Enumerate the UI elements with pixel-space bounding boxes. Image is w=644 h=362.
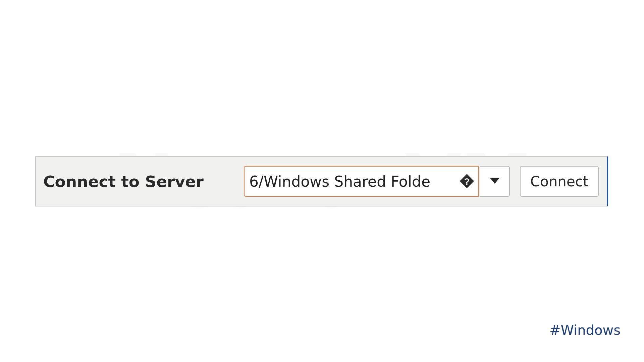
- svg-marker-2: [490, 178, 500, 184]
- address-history-dropdown[interactable]: [480, 166, 510, 197]
- help-icon[interactable]: ?: [459, 174, 475, 189]
- hashtag-text: #Windows: [549, 322, 621, 338]
- server-address-group: 6/Windows Shared Folde ?: [244, 166, 510, 197]
- chevron-down-icon: [489, 177, 500, 186]
- server-address-value: 6/Windows Shared Folde: [249, 173, 457, 190]
- server-address-input[interactable]: 6/Windows Shared Folde ?: [244, 166, 479, 197]
- connect-to-server-label: Connect to Server: [43, 172, 204, 191]
- connect-button[interactable]: Connect: [520, 166, 599, 197]
- svg-text:?: ?: [464, 176, 470, 187]
- connect-to-server-bar: Connect to Server 6/Windows Shared Folde…: [35, 156, 608, 206]
